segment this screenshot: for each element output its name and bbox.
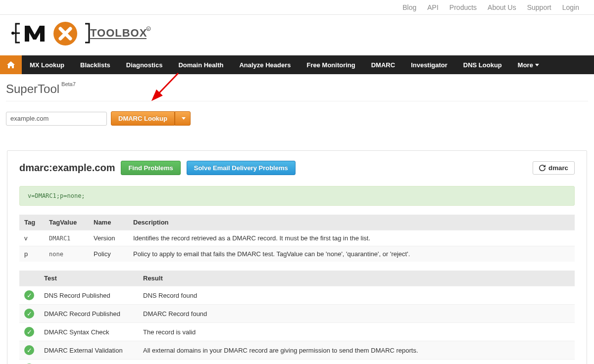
th-test: Test	[39, 271, 138, 286]
check-icon: ✓	[24, 290, 34, 300]
svg-text:R: R	[148, 28, 150, 31]
result-title: dmarc:example.com	[19, 162, 115, 174]
table-row: ✓DMARC Multiple RecordsMultiple DMARC re…	[19, 360, 575, 364]
refresh-icon	[539, 165, 545, 171]
tests-table: Test Result ✓DNS Record PublishedDNS Rec…	[19, 271, 575, 364]
nav-more-label: More	[518, 61, 533, 69]
topnav-products[interactable]: Products	[449, 3, 477, 11]
top-nav: Blog API Products About Us Support Login	[0, 0, 594, 15]
check-icon: ✓	[24, 327, 34, 337]
lookup-button[interactable]: DMARC Lookup	[111, 111, 175, 126]
page-title-badge: Beta7	[61, 81, 76, 87]
th-tag: Tag	[19, 215, 44, 230]
th-desc: Description	[128, 215, 575, 230]
topnav-login[interactable]: Login	[562, 3, 579, 11]
find-problems-button[interactable]: Find Problems	[121, 161, 180, 175]
search-row: DMARC Lookup	[0, 106, 594, 131]
nav-mx-lookup[interactable]: MX Lookup	[22, 55, 72, 74]
check-icon: ✓	[24, 345, 34, 355]
dmarc-record-box: v=DMARC1;p=none;	[19, 186, 575, 206]
nav-home-icon[interactable]	[0, 55, 22, 74]
table-row: ✓DNS Record PublishedDNS Record found	[19, 286, 575, 305]
topnav-blog[interactable]: Blog	[402, 3, 416, 11]
tags-table: Tag TagValue Name Description v DMARC1 V…	[19, 215, 575, 262]
page-title: SuperTool	[6, 82, 59, 96]
chevron-down-icon	[182, 117, 186, 120]
chevron-down-icon	[535, 64, 539, 66]
divider	[6, 101, 588, 101]
table-row: ✓DMARC Record PublishedDMARC Record foun…	[19, 305, 575, 323]
th-name: Name	[89, 215, 128, 230]
nav-dmarc[interactable]: DMARC	[363, 55, 403, 74]
nav-analyze-headers[interactable]: Analyze Headers	[231, 55, 298, 74]
svg-point-1	[11, 32, 14, 35]
table-row: v DMARC1 Version Identifies the record r…	[19, 230, 575, 246]
th-result: Result	[138, 271, 575, 286]
topnav-api[interactable]: API	[427, 3, 439, 11]
main-nav: MX Lookup Blacklists Diagnostics Domain …	[0, 55, 594, 74]
nav-blacklists[interactable]: Blacklists	[72, 55, 118, 74]
th-status	[19, 271, 39, 286]
results-card: dmarc:example.com Find Problems Solve Em…	[7, 150, 587, 364]
header: TOOLBOX R	[0, 15, 594, 55]
logo[interactable]: TOOLBOX R	[10, 19, 153, 49]
page-title-bar: SuperToolBeta7	[0, 74, 594, 101]
solve-problems-button[interactable]: Solve Email Delivery Problems	[187, 161, 296, 175]
th-tagvalue: TagValue	[44, 215, 89, 230]
domain-input[interactable]	[6, 112, 107, 126]
nav-more[interactable]: More	[510, 55, 547, 74]
table-row: ✓DMARC External ValidationAll external d…	[19, 341, 575, 360]
nav-diagnostics[interactable]: Diagnostics	[118, 55, 171, 74]
nav-free-monitoring[interactable]: Free Monitoring	[299, 55, 363, 74]
table-row: p none Policy Policy to apply to email t…	[19, 246, 575, 262]
topnav-about[interactable]: About Us	[488, 3, 516, 11]
table-row: ✓DMARC Syntax CheckThe record is valid	[19, 323, 575, 341]
refresh-label: dmarc	[548, 164, 568, 172]
nav-domain-health[interactable]: Domain Health	[170, 55, 231, 74]
lookup-dropdown-button[interactable]	[175, 111, 191, 126]
svg-text:TOOLBOX: TOOLBOX	[90, 27, 147, 39]
nav-dns-lookup[interactable]: DNS Lookup	[455, 55, 510, 74]
nav-investigator[interactable]: Investigator	[403, 55, 455, 74]
topnav-support[interactable]: Support	[527, 3, 551, 11]
check-icon: ✓	[24, 309, 34, 318]
refresh-button[interactable]: dmarc	[533, 161, 575, 175]
